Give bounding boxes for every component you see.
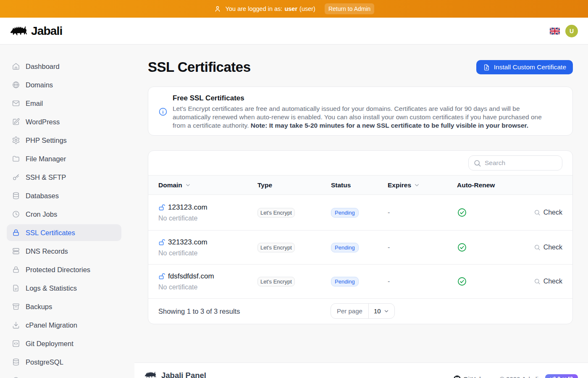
table-row: 321323.comNo certificateLet's EncryptPen… bbox=[148, 231, 572, 265]
sidebar-item-domains[interactable]: Domains bbox=[7, 76, 121, 93]
expires-value: - bbox=[388, 244, 457, 251]
sidebar-item-ssh-sftp[interactable]: SSH & SFTP bbox=[7, 169, 121, 186]
download-icon bbox=[12, 321, 20, 329]
sidebar: DashboardDomainsEmailWordPressPHP Settin… bbox=[0, 45, 134, 378]
boar-logo-icon bbox=[144, 370, 157, 378]
sidebar-item-logs-statistics[interactable]: Logs & Statistics bbox=[7, 280, 121, 297]
column-header-expires[interactable]: Expires bbox=[388, 181, 457, 189]
domain-cell: 321323.comNo certificate bbox=[158, 238, 257, 257]
domain-cell: 123123.comNo certificate bbox=[158, 203, 257, 222]
expires-value: - bbox=[388, 209, 457, 216]
lock-open-icon bbox=[158, 204, 166, 211]
sidebar-item-cron-jobs[interactable]: Cron Jobs bbox=[7, 206, 121, 223]
github-icon bbox=[454, 375, 461, 378]
pencil-square-icon bbox=[12, 118, 20, 126]
check-action-button[interactable]: Check bbox=[534, 244, 562, 251]
user-avatar[interactable]: U bbox=[565, 25, 578, 37]
domain-name: 123123.com bbox=[168, 203, 207, 212]
info-text: Let's Encrypt certificates are free and … bbox=[173, 105, 549, 130]
status-badge: Pending bbox=[331, 277, 359, 286]
code-icon bbox=[12, 339, 20, 348]
github-link[interactable]: GitHub bbox=[454, 375, 483, 378]
lock-open-icon bbox=[158, 273, 166, 280]
sidebar-item-protected-directories[interactable]: Protected Directories bbox=[7, 261, 121, 278]
footer: Jabali Panel GitHub – © 2026 Jabali v0.9… bbox=[134, 362, 588, 378]
circle-icon bbox=[12, 376, 20, 378]
sidebar-item-email[interactable]: Email bbox=[7, 95, 121, 112]
lock-icon bbox=[12, 228, 20, 237]
sidebar-item-backups[interactable]: Backups bbox=[7, 298, 121, 315]
sidebar-item-dashboard[interactable]: Dashboard bbox=[7, 58, 121, 75]
status-badge: Pending bbox=[331, 208, 359, 218]
banner-text: You are logged in as:user(user) bbox=[226, 5, 315, 12]
table-header: DomainTypeStatusExpiresAuto-Renew bbox=[148, 175, 572, 195]
install-custom-certificate-button[interactable]: Install Custom Certificate bbox=[476, 60, 573, 74]
certificate-subtext: No certificate bbox=[158, 284, 257, 291]
clock-icon bbox=[12, 210, 20, 218]
database-icon bbox=[12, 192, 20, 200]
server-icon bbox=[12, 247, 20, 255]
globe-icon bbox=[12, 81, 20, 89]
sidebar-item-postgresql[interactable]: PostgreSQL bbox=[7, 354, 121, 370]
column-header-domain[interactable]: Domain bbox=[158, 181, 257, 189]
domain-cell: fdsfsdfdsf.comNo certificate bbox=[158, 272, 257, 291]
search-icon bbox=[534, 244, 541, 251]
table-row: fdsfsdfdsf.comNo certificateLet's Encryp… bbox=[148, 265, 572, 299]
search-input[interactable] bbox=[468, 155, 562, 171]
domain-name: fdsfsdfdsf.com bbox=[168, 272, 214, 281]
results-summary: Showing 1 to 3 of 3 results bbox=[158, 307, 240, 315]
mail-icon bbox=[12, 99, 20, 108]
sidebar-item-git-deployment[interactable]: Git Deployment bbox=[7, 335, 121, 352]
table-row: 123123.comNo certificateLet's EncryptPen… bbox=[148, 195, 572, 231]
status-badge: Pending bbox=[331, 243, 359, 252]
per-page-select[interactable]: Per page 10 bbox=[331, 303, 395, 319]
footer-separator: – bbox=[489, 375, 493, 378]
expires-value: - bbox=[388, 278, 457, 285]
search-field[interactable] bbox=[485, 159, 557, 167]
brand-name: Jabali bbox=[31, 24, 63, 38]
type-badge: Let's Encrypt bbox=[257, 208, 295, 218]
column-header-auto-renew: Auto-Renew bbox=[457, 181, 562, 189]
return-to-admin-button[interactable]: Return to Admin bbox=[325, 3, 374, 14]
page-title: SSL Certificates bbox=[148, 59, 251, 76]
sidebar-item-databases[interactable]: Databases bbox=[7, 187, 121, 204]
search-icon bbox=[534, 278, 541, 285]
type-badge: Let's Encrypt bbox=[257, 243, 295, 252]
user-icon bbox=[214, 5, 221, 13]
footer-title: Jabali Panel bbox=[161, 371, 206, 378]
sidebar-item-php-settings[interactable]: PHP Settings bbox=[7, 132, 121, 149]
check-action-button[interactable]: Check bbox=[534, 209, 562, 216]
certificate-subtext: No certificate bbox=[158, 215, 257, 222]
check-action-button[interactable]: Check bbox=[534, 278, 562, 285]
sidebar-item-dns-records[interactable]: DNS Records bbox=[7, 243, 121, 260]
auto-renew-check-icon bbox=[457, 207, 534, 218]
database-icon bbox=[12, 358, 20, 366]
copyright: © 2026 Jabali bbox=[500, 375, 538, 378]
sidebar-item-wordpress[interactable]: WordPress bbox=[7, 113, 121, 130]
sort-chevron-icon bbox=[414, 182, 420, 188]
auto-renew-check-icon bbox=[457, 242, 534, 252]
lock-simple-icon bbox=[12, 265, 20, 274]
home-icon bbox=[12, 62, 20, 71]
document-icon bbox=[12, 284, 20, 292]
app-header: Jabali U bbox=[0, 18, 588, 45]
chevron-down-icon bbox=[383, 308, 389, 314]
sidebar-item-cpanel-migration[interactable]: cPanel Migration bbox=[7, 317, 121, 333]
sidebar-item-ssl-certificates[interactable]: SSL Certificates bbox=[7, 224, 121, 241]
column-header-type: Type bbox=[257, 181, 331, 189]
certificates-table: DomainTypeStatusExpiresAuto-Renew 123123… bbox=[148, 150, 573, 324]
folder-icon bbox=[12, 155, 20, 163]
domain-name: 321323.com bbox=[168, 238, 207, 247]
lock-open-icon bbox=[158, 239, 166, 246]
sort-chevron-icon bbox=[185, 182, 191, 188]
key-icon bbox=[12, 173, 20, 181]
sidebar-item-file-manager[interactable]: File Manager bbox=[7, 150, 121, 167]
archive-icon bbox=[12, 302, 20, 311]
impersonation-banner: You are logged in as:user(user) Return t… bbox=[0, 0, 588, 18]
column-header-status: Status bbox=[331, 181, 388, 189]
version-badge: v0.9-rc42 bbox=[545, 374, 578, 378]
sidebar-item-hidden[interactable] bbox=[7, 372, 121, 378]
brand[interactable]: Jabali bbox=[10, 23, 63, 39]
info-title: Free SSL Certificates bbox=[173, 94, 549, 103]
language-flag-icon[interactable] bbox=[550, 28, 560, 34]
